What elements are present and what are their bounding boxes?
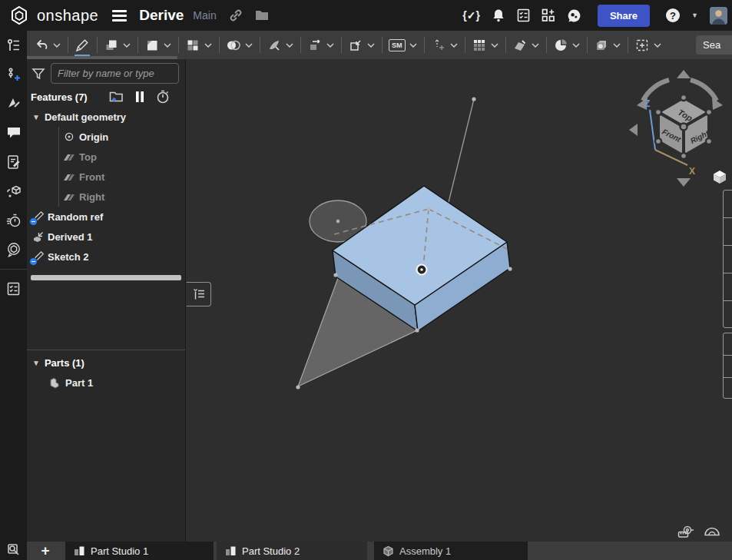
move-icon[interactable] xyxy=(431,38,446,53)
split-icon[interactable] xyxy=(267,38,282,53)
chevron-down-icon[interactable] xyxy=(286,43,293,48)
tab-part-studio-1[interactable]: Part Studio 1 xyxy=(65,542,214,560)
folder-icon[interactable] xyxy=(255,10,269,21)
origin-marker[interactable] xyxy=(417,265,427,275)
chevron-down-icon[interactable] xyxy=(491,43,498,48)
isometric-view-icon[interactable] xyxy=(712,169,727,184)
right-edge-panel-group-1[interactable] xyxy=(723,190,732,328)
appearance-icon[interactable] xyxy=(594,38,609,53)
add-folder-icon[interactable] xyxy=(109,91,124,103)
avatar[interactable] xyxy=(710,7,727,25)
toolbar-scrollbar[interactable] xyxy=(27,56,177,59)
versions-icon[interactable]: {✓} xyxy=(462,9,480,22)
chevron-down-icon[interactable] xyxy=(204,43,212,48)
modify-part-icon[interactable] xyxy=(348,38,363,53)
tree-item-origin[interactable]: Origin xyxy=(27,127,185,147)
protractor-icon[interactable] xyxy=(704,523,720,537)
tree-item-random-ref[interactable]: Random ref xyxy=(27,207,185,227)
viewcube-arrow-left[interactable] xyxy=(629,124,638,136)
undo-icon[interactable] xyxy=(34,38,49,53)
sketch-pencil-icon[interactable] xyxy=(75,38,90,53)
filter-input[interactable] xyxy=(51,63,179,84)
chevron-down-icon[interactable] xyxy=(326,43,334,48)
extrude-icon[interactable] xyxy=(104,38,119,53)
comments-icon[interactable] xyxy=(0,118,27,147)
notes-icon[interactable] xyxy=(0,147,27,177)
sheet-metal-icon[interactable]: SM xyxy=(389,39,406,51)
default-geometry-children: Origin Top Front Right xyxy=(27,127,185,207)
plane-icon xyxy=(62,191,75,202)
graphics-viewport[interactable]: Z X Top Front Right xyxy=(187,59,732,542)
parts-group-header[interactable]: ▼ Parts (1) xyxy=(27,353,185,373)
ellipse-center-vertex[interactable] xyxy=(336,220,340,223)
chevron-down-icon[interactable] xyxy=(367,43,375,48)
sketch-feature-icon xyxy=(31,250,45,263)
tree-item-top-plane[interactable]: Top xyxy=(27,147,185,167)
chevron-down-icon[interactable] xyxy=(245,43,253,48)
learning-center-icon[interactable] xyxy=(567,8,581,23)
search-tabs-icon[interactable] xyxy=(0,542,27,558)
chevron-down-icon[interactable] xyxy=(123,43,131,48)
feature-list-flyout-button[interactable] xyxy=(186,282,211,307)
pattern-icon[interactable] xyxy=(185,38,200,53)
toolbar-group-undo xyxy=(27,31,68,59)
toolbar-group-transform xyxy=(300,31,341,59)
chevron-down-icon[interactable] xyxy=(654,43,661,48)
tab-label: Part Studio 2 xyxy=(242,545,300,557)
part-help-icon[interactable] xyxy=(0,177,27,206)
fillet-icon[interactable] xyxy=(144,38,160,53)
help-icon[interactable]: ? xyxy=(666,8,680,22)
tree-item-derived-1[interactable]: Derived 1 xyxy=(27,227,185,247)
brand-name[interactable]: onshape xyxy=(37,7,98,25)
checklist-icon[interactable] xyxy=(0,274,27,303)
transform-icon[interactable] xyxy=(307,38,323,53)
performance-stopwatch-icon[interactable] xyxy=(0,206,27,235)
chevron-down-icon[interactable] xyxy=(53,43,61,48)
tab-assembly-1[interactable]: Assembly 1 xyxy=(374,542,528,560)
boolean-icon[interactable] xyxy=(226,38,241,53)
versions-history-icon[interactable] xyxy=(0,60,27,89)
section-analysis-icon[interactable] xyxy=(553,38,568,53)
viewcube-arrow-up[interactable] xyxy=(677,70,691,78)
share-button[interactable]: Share xyxy=(598,5,650,27)
tab-part-studio-2[interactable]: Part Studio 2 xyxy=(217,542,367,560)
surface-icon[interactable] xyxy=(512,38,528,53)
toolbar-group-move xyxy=(424,31,465,59)
notifications-bell-icon[interactable] xyxy=(492,8,505,22)
pattern-grid-icon[interactable] xyxy=(472,38,487,53)
feedback-icon[interactable] xyxy=(0,235,27,264)
workspace-name[interactable]: Main xyxy=(193,9,216,22)
filter-funnel-icon[interactable] xyxy=(31,67,45,81)
regenerate-timer-icon[interactable] xyxy=(156,90,170,104)
add-tab-button[interactable]: + xyxy=(35,542,56,560)
suspend-icon[interactable] xyxy=(135,91,144,103)
feature-manager-icon[interactable] xyxy=(0,31,27,60)
help-caret-icon[interactable]: ▼ xyxy=(691,12,698,19)
tree-group-default-geometry[interactable]: ▼ Default geometry xyxy=(27,107,185,127)
chevron-down-icon[interactable] xyxy=(532,43,539,48)
chevron-down-icon[interactable]: ▼ xyxy=(32,113,40,121)
tasks-checklist-icon[interactable] xyxy=(517,8,530,22)
tape-measure-icon[interactable] xyxy=(677,525,694,538)
viewcube-arrow-down[interactable] xyxy=(677,178,691,187)
chevron-down-icon[interactable]: ▼ xyxy=(32,359,40,367)
insert-dashed-plus-icon[interactable] xyxy=(634,38,650,53)
rollback-bar[interactable] xyxy=(31,275,181,280)
chevron-down-icon[interactable] xyxy=(613,43,621,48)
chevron-down-icon[interactable] xyxy=(572,43,580,48)
tree-item-sketch-2[interactable]: Sketch 2 xyxy=(27,247,185,267)
right-edge-panel-group-2[interactable] xyxy=(723,333,732,399)
chevron-down-icon[interactable] xyxy=(450,43,458,48)
chevron-down-icon[interactable] xyxy=(164,43,171,48)
tree-item-right-plane[interactable]: Right xyxy=(27,187,185,207)
link-icon[interactable] xyxy=(229,8,243,22)
tree-item-front-plane[interactable]: Front xyxy=(27,167,185,187)
chevron-down-icon[interactable] xyxy=(409,43,417,48)
app-store-icon[interactable] xyxy=(542,8,555,22)
hamburger-menu-icon[interactable] xyxy=(112,8,127,24)
toolbar-search-input[interactable]: Sea xyxy=(696,35,732,55)
toolbar-group-appearance xyxy=(587,31,628,59)
annotations-icon[interactable] xyxy=(0,89,27,118)
tree-item-part-1[interactable]: Part 1 xyxy=(27,373,185,393)
onshape-logo-icon[interactable] xyxy=(9,5,29,25)
